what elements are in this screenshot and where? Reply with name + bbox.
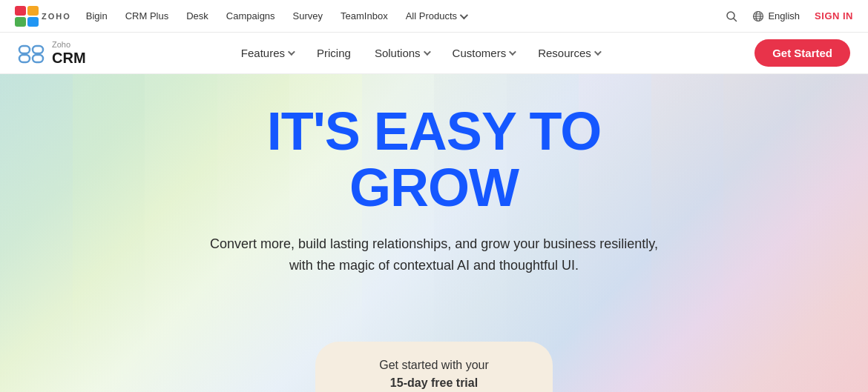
svg-rect-10 bbox=[33, 55, 43, 62]
crm-nav-solutions[interactable]: Solutions bbox=[366, 41, 438, 65]
top-nav: ZOHO Bigin CRM Plus Desk Campaigns Surve… bbox=[0, 0, 868, 33]
get-started-button[interactable]: Get Started bbox=[754, 39, 850, 67]
hero-title: IT'S EASY TO GROW bbox=[267, 104, 602, 216]
hero-cta-box: Get started with your 15-day free trial bbox=[315, 342, 553, 392]
svg-rect-7 bbox=[19, 46, 30, 53]
globe-icon bbox=[752, 10, 764, 22]
resources-chevron-icon bbox=[594, 48, 602, 56]
language-selector[interactable]: English bbox=[752, 10, 800, 22]
crm-nav-pricing[interactable]: Pricing bbox=[308, 41, 360, 65]
logo-square-orange bbox=[27, 6, 39, 16]
search-icon[interactable] bbox=[726, 10, 737, 22]
top-nav-left: ZOHO Bigin CRM Plus Desk Campaigns Surve… bbox=[15, 6, 466, 27]
features-chevron-icon bbox=[288, 48, 295, 56]
crm-nav-features[interactable]: Features bbox=[232, 41, 302, 65]
logo-square-blue bbox=[27, 17, 39, 27]
sign-in-button[interactable]: SIGN IN bbox=[815, 10, 853, 21]
hero-content: IT'S EASY TO GROW Convert more, build la… bbox=[0, 104, 868, 303]
hero-title-line2: GROW bbox=[349, 158, 519, 217]
crm-nav-resources[interactable]: Resources bbox=[529, 41, 608, 65]
hero-subtitle: Convert more, build lasting relationship… bbox=[210, 233, 658, 276]
nav-link-desk[interactable]: Desk bbox=[186, 10, 208, 21]
zoho-logo-squares bbox=[15, 6, 39, 27]
nav-link-campaigns[interactable]: Campaigns bbox=[226, 10, 275, 21]
top-nav-right: English SIGN IN bbox=[726, 10, 853, 22]
zoho-brand-text: ZOHO bbox=[42, 12, 71, 21]
crm-crm-label: CRM bbox=[52, 50, 86, 66]
crm-logo[interactable]: Zoho CRM bbox=[18, 40, 86, 67]
hero-title-line1: IT'S EASY TO bbox=[267, 102, 602, 161]
crm-logo-icon bbox=[18, 40, 45, 67]
all-products-chevron-icon bbox=[460, 10, 468, 19]
svg-line-1 bbox=[734, 19, 737, 21]
nav-link-survey[interactable]: Survey bbox=[293, 10, 323, 21]
nav-link-teaminbox[interactable]: TeamInbox bbox=[341, 10, 388, 21]
language-label: English bbox=[768, 10, 800, 21]
all-products-button[interactable]: All Products bbox=[406, 10, 466, 21]
top-nav-links: Bigin CRM Plus Desk Campaigns Survey Tea… bbox=[86, 10, 466, 21]
crm-nav-customers[interactable]: Customers bbox=[444, 41, 524, 65]
svg-rect-9 bbox=[19, 55, 30, 62]
zoho-logo[interactable]: ZOHO bbox=[15, 6, 71, 27]
crm-nav-links: Features Pricing Solutions Customers Res… bbox=[232, 41, 608, 65]
hero-section: IT'S EASY TO GROW Convert more, build la… bbox=[0, 74, 868, 392]
crm-logo-text: Zoho CRM bbox=[52, 40, 86, 65]
all-products-label: All Products bbox=[406, 10, 457, 21]
hero-cta-text: Get started with your 15-day free trial bbox=[351, 356, 517, 392]
logo-square-red bbox=[15, 6, 26, 16]
crm-nav: Zoho CRM Features Pricing Solutions Cust… bbox=[0, 33, 868, 74]
logo-square-green bbox=[15, 17, 26, 27]
crm-zoho-label: Zoho bbox=[52, 40, 86, 49]
nav-link-bigin[interactable]: Bigin bbox=[86, 10, 108, 21]
customers-chevron-icon bbox=[509, 48, 516, 56]
solutions-chevron-icon bbox=[424, 48, 431, 56]
nav-link-crm-plus[interactable]: CRM Plus bbox=[125, 10, 169, 21]
svg-rect-8 bbox=[33, 46, 43, 53]
